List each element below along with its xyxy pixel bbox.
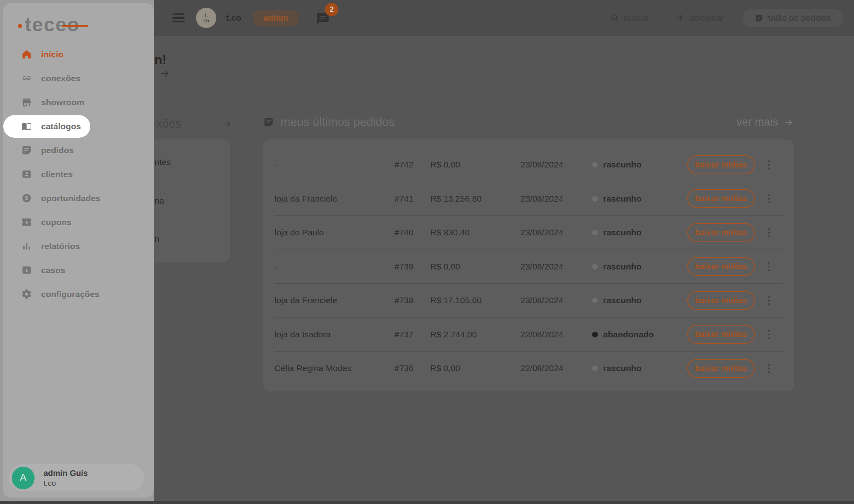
home-icon (21, 49, 32, 60)
order-date: 23/08/2024 (521, 160, 592, 169)
logo[interactable]: teceo (18, 13, 154, 37)
coupon-icon (21, 217, 32, 228)
table-row[interactable]: loja da Franciele #738 R$ 17.105,60 23/0… (274, 283, 783, 317)
kebab-menu-icon[interactable] (765, 260, 772, 274)
link-icon (21, 73, 32, 84)
status-label: rascunho (603, 262, 642, 272)
connections-title: xões (156, 117, 181, 130)
order-date: 22/08/2024 (521, 363, 592, 373)
download-media-button[interactable]: baixar mídias (687, 359, 755, 378)
status-label: rascunho (603, 228, 642, 237)
svg-text:$: $ (25, 195, 28, 201)
sidebar-item-relatorios[interactable]: relatórios (3, 234, 154, 258)
orders-header: meus últimos pedidos ver mais (263, 115, 794, 129)
connection-item[interactable]: n (155, 234, 159, 244)
sidebar-item-label: configurações (41, 289, 100, 299)
order-value: R$ 17.105,60 (430, 295, 521, 305)
orders-icon (263, 117, 274, 128)
notification-badge: 2 (325, 3, 338, 16)
order-number: #736 (394, 363, 430, 373)
status-label: rascunho (603, 363, 642, 373)
role-badge: admin (253, 10, 299, 26)
order-status: rascunho (592, 194, 687, 204)
download-media-button[interactable]: baixar mídias (687, 189, 755, 208)
order-status: abandonado (592, 330, 687, 339)
order-status: rascunho (592, 228, 687, 237)
chat-button[interactable]: 2 (316, 8, 331, 28)
sidebar-item-clientes[interactable]: clientes (3, 162, 154, 186)
gear-icon (21, 289, 32, 300)
kebab-menu-icon[interactable] (765, 361, 772, 376)
kebab-menu-icon[interactable] (765, 226, 772, 240)
kebab-menu-icon[interactable] (765, 293, 772, 308)
sidebar-item-catalogos[interactable]: catálogos (3, 115, 90, 138)
kebab-menu-icon[interactable] (765, 192, 772, 206)
status-dot (592, 196, 598, 202)
order-value: R$ 13.256,80 (430, 194, 521, 204)
workspace-avatar-line2: co (203, 18, 209, 23)
greeting-arrow-icon[interactable] (159, 68, 171, 79)
orders-title-label: meus últimos pedidos (281, 115, 394, 129)
workspace-avatar[interactable]: t. co (196, 8, 216, 28)
connection-item[interactable]: na (155, 196, 164, 206)
order-date: 23/08/2024 (521, 295, 592, 305)
download-media-button[interactable]: baixar mídias (687, 325, 755, 344)
sidebar-item-label: oportunidades (41, 193, 100, 203)
user-card[interactable]: A admin Guis t.co (9, 464, 144, 491)
bar-chart-icon (21, 241, 32, 252)
sidebar-item-showroom[interactable]: showroom (3, 90, 154, 114)
order-number: #738 (394, 295, 430, 305)
connection-item[interactable]: ntes (155, 157, 171, 167)
book-icon (21, 121, 32, 132)
see-more-link[interactable]: ver mais (736, 116, 794, 128)
topbar-left-group: t. co t.co admin 2 (172, 0, 331, 36)
table-row[interactable]: Célia Regina Modas #736 R$ 0,00 22/08/20… (274, 351, 783, 385)
customer-badge-icon (21, 169, 32, 180)
order-status: rascunho (592, 363, 687, 373)
table-row[interactable]: loja da Isadora #737 R$ 2.744,00 22/08/2… (274, 317, 783, 352)
order-date: 22/08/2024 (521, 330, 592, 339)
sidebar-item-inicio[interactable]: início (3, 42, 154, 66)
logo-strike (62, 25, 88, 27)
table-row[interactable]: - #742 R$ 0,00 23/08/2024 rascunho baixa… (274, 148, 783, 182)
table-row[interactable]: loja da Franciele #741 R$ 13.256,80 23/0… (274, 182, 783, 216)
connections-arrow-icon[interactable] (220, 119, 233, 129)
table-row[interactable]: - #739 R$ 0,00 23/08/2024 rascunho baixa… (274, 250, 783, 284)
order-store: - (274, 262, 394, 272)
orders-title: meus últimos pedidos (263, 115, 394, 129)
sidebar-item-label: início (41, 50, 63, 59)
order-status: rascunho (592, 262, 687, 272)
download-media-button[interactable]: baixar mídias (687, 155, 755, 174)
sidebar-item-configuracoes[interactable]: configurações (3, 282, 154, 306)
order-number: #742 (394, 160, 430, 169)
search-button[interactable]: buscar (610, 13, 649, 23)
status-label: abandonado (603, 330, 654, 339)
see-more-label: ver mais (736, 116, 778, 128)
status-dot (592, 298, 598, 303)
search-icon (610, 13, 620, 23)
kebab-menu-icon[interactable] (765, 158, 772, 172)
download-media-button[interactable]: baixar mídias (687, 223, 755, 242)
sidebar: teceo início conexões (3, 3, 154, 497)
sidebar-item-cupons[interactable]: cupons (3, 210, 154, 234)
sidebar-item-pedidos[interactable]: pedidos (3, 138, 154, 162)
workspace-name[interactable]: t.co (226, 13, 241, 23)
order-value: R$ 2.744,00 (430, 330, 521, 339)
kebab-menu-icon[interactable] (765, 328, 772, 342)
orders-card: - #742 R$ 0,00 23/08/2024 rascunho baixa… (263, 139, 794, 391)
connections-card: ntes na n (146, 139, 230, 262)
table-row[interactable]: loja do Paulo #740 R$ 830,40 23/08/2024 … (274, 215, 783, 250)
add-button[interactable]: adicionar (675, 13, 724, 23)
sidebar-item-casos[interactable]: casos (3, 258, 154, 282)
sidebar-item-conexoes[interactable]: conexões (3, 66, 154, 90)
search-label: buscar (624, 13, 649, 23)
sidebar-nav: início conexões showroom (3, 42, 154, 306)
order-value: R$ 0,00 (430, 160, 521, 169)
add-label: adicionar (689, 13, 724, 23)
download-media-button[interactable]: baixar mídias (687, 291, 755, 310)
order-pad-button[interactable]: talão de pedidos (743, 9, 843, 27)
download-media-button[interactable]: baixar mídias (687, 257, 755, 276)
order-store: loja da Franciele (274, 295, 394, 305)
menu-icon[interactable] (172, 13, 185, 23)
sidebar-item-oportunidades[interactable]: $ oportunidades (3, 186, 154, 210)
